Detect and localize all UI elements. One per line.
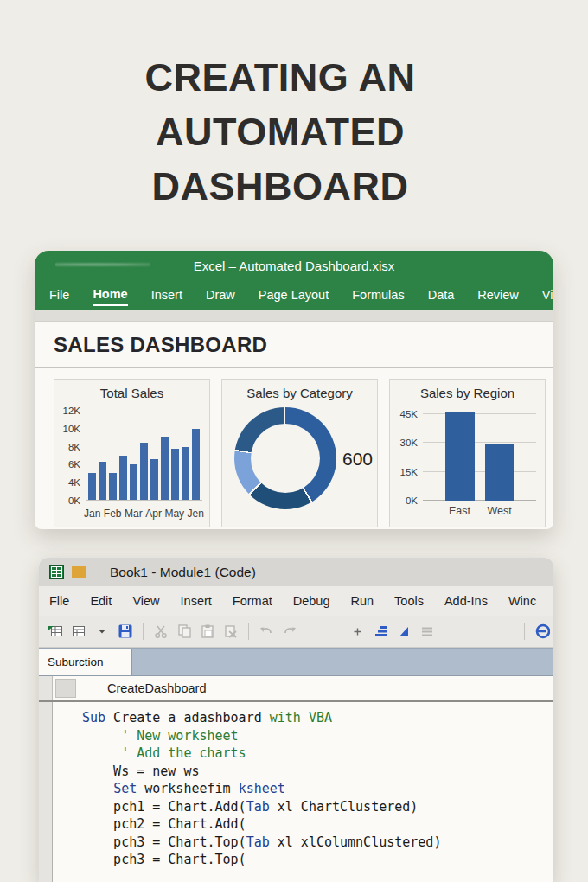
vba-menu-debug[interactable]: Debug xyxy=(293,594,330,608)
code-editor[interactable]: Sub Create a adashboard with VBA ' New w… xyxy=(39,702,553,882)
y-tick-label: 0K xyxy=(406,495,418,506)
total-sales-bar xyxy=(99,462,106,500)
y-tick-label: 4K xyxy=(68,477,80,488)
code-token-txt xyxy=(82,781,113,796)
paste-icon[interactable] xyxy=(200,623,215,639)
design-mode-icon[interactable] xyxy=(534,623,550,639)
vba-menu-run[interactable]: Run xyxy=(350,594,374,608)
vba-menu-tools[interactable]: Tools xyxy=(394,594,424,608)
code-line: Set worksheefim ksheet xyxy=(82,780,553,798)
code-token-txt: xl ChartClustered) xyxy=(270,799,419,815)
sales-by-category-title: Sales by Category xyxy=(222,386,377,400)
code-token-cmt: with VBA xyxy=(270,710,332,725)
code-line: pch3 = Chart.Top( xyxy=(82,851,553,869)
indent-icon[interactable] xyxy=(373,623,388,639)
vba-toolbar xyxy=(39,616,553,648)
total-sales-x-axis: JanFebMarAprMayJen xyxy=(84,508,204,520)
sales-by-region-card: Sales by Region 0K15K30K45K EastWest xyxy=(389,379,546,527)
copy-icon[interactable] xyxy=(176,623,192,639)
excel-tab-page-layout[interactable]: Page Layout xyxy=(259,284,329,305)
vba-menu-view[interactable]: View xyxy=(132,594,159,608)
code-token-txt: xl xlColumnClustered) xyxy=(270,834,442,850)
code-token-txt xyxy=(82,728,121,744)
orange-square-icon xyxy=(72,566,86,578)
total-sales-bar xyxy=(150,459,158,500)
vba-window-title: Book1 - Module1 (Code) xyxy=(110,565,256,580)
excel-titlebar: Excel – Automated Dashboard.xisx xyxy=(35,251,553,280)
total-sales-y-axis: 0K4K6K8K10K12K xyxy=(58,411,82,501)
code-token-txt: pch1 = Chart.Add( xyxy=(82,799,246,815)
code-line: pch2 = Chart.Add( xyxy=(82,815,553,834)
code-token-txt: Ws = new ws xyxy=(82,764,199,779)
excel-tab-formulas[interactable]: Formulas xyxy=(352,284,404,305)
excel-tab-review[interactable]: Review xyxy=(477,284,519,305)
view-excel-icon[interactable] xyxy=(48,623,63,639)
redo-icon[interactable] xyxy=(282,623,297,639)
vba-menu-flle[interactable]: Flle xyxy=(49,594,69,608)
excel-tab-file[interactable]: File xyxy=(49,284,69,305)
y-tick-label: 12K xyxy=(63,406,80,416)
run-icon[interactable] xyxy=(396,623,412,639)
region-bars: EastWest xyxy=(423,414,536,501)
clear-icon[interactable] xyxy=(223,623,239,639)
total-sales-bar xyxy=(130,464,137,500)
y-tick-label: 0K xyxy=(68,495,80,506)
excel-tab-insert[interactable]: Insert xyxy=(151,284,182,305)
code-line: ' Add the charts xyxy=(82,745,553,763)
excel-tab-home[interactable]: Home xyxy=(93,284,127,306)
region-bar-group: West xyxy=(485,444,514,501)
x-tick-label: May xyxy=(164,508,184,520)
undo-icon[interactable] xyxy=(259,623,274,639)
code-token-kw: ksheet xyxy=(239,781,285,796)
y-tick-label: 10K xyxy=(63,424,80,434)
plus-icon[interactable] xyxy=(349,623,365,639)
region-bar-group: East xyxy=(445,412,475,501)
total-sales-bar xyxy=(119,456,127,501)
vba-menu-insert[interactable]: Insert xyxy=(181,594,212,608)
poster-title-line: CREATING AN xyxy=(0,50,560,105)
region-y-axis: 0K15K30K45K xyxy=(393,414,419,501)
excel-tab-draw[interactable]: Draw xyxy=(206,284,235,305)
x-tick-label: East xyxy=(445,505,475,517)
dashboard-cards: Total Sales 0K4K6K8K10K12K JanFebMarAprM… xyxy=(35,368,553,527)
total-sales-card: Total Sales 0K4K6K8K10K12K JanFebMarAprM… xyxy=(54,379,210,527)
total-sales-bar xyxy=(171,449,179,500)
excel-tab-data[interactable]: Data xyxy=(428,284,455,305)
code-token-txt: pch3 = Chart.Top( xyxy=(82,834,246,850)
code-token-kw: Tab xyxy=(246,799,270,815)
procedure-dropdown[interactable]: Suburction xyxy=(39,649,132,675)
insert-module-icon[interactable] xyxy=(71,623,86,639)
x-tick-label: Apr xyxy=(145,508,162,520)
object-box[interactable] xyxy=(55,679,76,698)
poster-page: { "poster": { "title_lines": ["CREATING … xyxy=(0,0,588,882)
vba-titlebar: Book1 - Module1 (Code) xyxy=(39,558,553,586)
region-bar xyxy=(445,412,475,501)
cut-icon[interactable] xyxy=(153,623,169,639)
code-line: ' New worksheet xyxy=(82,727,553,745)
x-tick-label: West xyxy=(485,505,514,517)
code-token-txt xyxy=(82,745,121,761)
donut-data-label: 600 xyxy=(342,449,373,470)
total-sales-bar xyxy=(140,443,148,500)
toolbar-separator xyxy=(524,623,525,640)
excel-sheet-icon xyxy=(49,565,64,579)
vba-menu-add-ins[interactable]: Add-Ins xyxy=(444,594,488,608)
x-tick-label: Mar xyxy=(125,508,143,520)
list-icon[interactable] xyxy=(419,623,435,639)
excel-tab-vie[interactable]: Vie xyxy=(542,284,553,305)
code-token-kw: Tab xyxy=(246,834,270,850)
dropdown-caret-icon[interactable] xyxy=(94,623,110,639)
save-icon[interactable] xyxy=(118,623,133,639)
margin-strip xyxy=(39,676,53,700)
x-tick-label: Jan xyxy=(84,508,100,520)
window-controls-smudge xyxy=(55,261,150,268)
code-line: pch3 = Chart.Top(Tab xl xlColumnClustere… xyxy=(82,834,553,852)
poster-title: CREATING AN AUTOMATED DASHBOARD xyxy=(0,50,560,214)
declaration-row: CreateDashboard xyxy=(39,676,553,702)
vba-menu-edit[interactable]: Edit xyxy=(90,594,112,608)
y-tick-label: 15K xyxy=(400,467,418,477)
vba-menu-winc[interactable]: Winc xyxy=(508,594,536,608)
poster-title-line: AUTOMATED xyxy=(0,105,560,159)
vba-menu-format[interactable]: Format xyxy=(233,594,272,608)
total-sales-bar xyxy=(192,429,200,500)
